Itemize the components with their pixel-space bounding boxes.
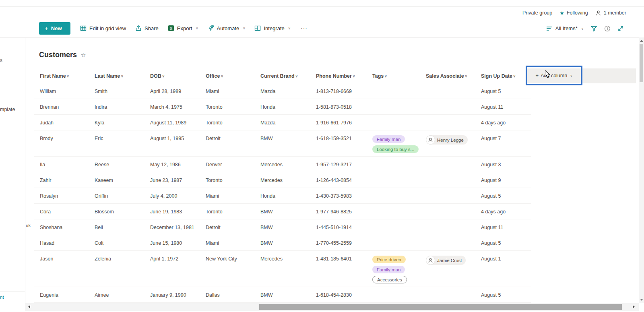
view-selector[interactable]: All Items* ∨ xyxy=(546,25,584,31)
export-label: Export xyxy=(177,25,192,31)
cell-signup-date: August 5 xyxy=(475,83,525,99)
favorite-star-icon[interactable]: ☆ xyxy=(80,52,86,59)
table-row[interactable]: HasadColtJune 15, 1980MiamiBMW1-770-455-… xyxy=(34,235,531,251)
scroll-right-arrow[interactable] xyxy=(633,305,635,308)
cell-brand: Mercedes xyxy=(254,172,310,188)
edit-grid-view-label: Edit in grid view xyxy=(89,25,126,31)
chevron-down-icon: ∨ xyxy=(288,26,291,30)
cell-office: Toronto xyxy=(200,204,254,219)
cell-brand: Honda xyxy=(254,99,310,114)
chevron-down-icon: ∨ xyxy=(581,27,584,31)
cell-sales-associate xyxy=(420,99,475,114)
table-row[interactable]: EugeniaAimeeJanuary 9, 1990DallasBMW1-61… xyxy=(34,287,531,303)
column-header-last-name[interactable]: Last Name∨ xyxy=(89,68,144,83)
avatar xyxy=(426,256,435,265)
cell-signup-date: August 1 xyxy=(475,251,525,287)
tag-pill[interactable]: Accessories xyxy=(372,276,407,283)
table-row[interactable]: ShoshanaBellDecember 13, 1981DetroitBMW1… xyxy=(34,219,531,235)
info-button[interactable] xyxy=(604,25,611,32)
cell-brand: Mercedes xyxy=(254,251,310,287)
integrate-label: Integrate xyxy=(264,25,284,31)
tag-pill[interactable]: Price driven xyxy=(372,256,406,263)
edit-grid-view-button[interactable]: Edit in grid view xyxy=(80,25,126,31)
column-header-dob[interactable]: DOB∨ xyxy=(144,68,200,83)
new-button-label: New xyxy=(51,25,62,31)
vertical-scrollbar[interactable] xyxy=(639,37,644,303)
column-header-first-name[interactable]: First Name∨ xyxy=(34,68,89,83)
column-header-phone-number[interactable]: Phone Number∨ xyxy=(310,68,366,83)
horizontal-scrollbar-thumb[interactable] xyxy=(259,304,622,310)
filter-button[interactable] xyxy=(590,25,597,32)
share-label: Share xyxy=(144,25,159,31)
column-header-sales-associate[interactable]: Sales Associate∨ xyxy=(420,68,475,83)
cell-office: Denver xyxy=(200,157,254,172)
chevron-down-icon: ∨ xyxy=(465,74,467,78)
tag-pill[interactable]: Looking to buy s... xyxy=(372,145,419,153)
cell-tags xyxy=(366,83,420,99)
scroll-down-arrow[interactable] xyxy=(640,299,643,301)
automate-button[interactable]: Automate ∨ xyxy=(208,25,246,31)
table-row[interactable]: BrennanIndiraMarch 4, 1975TorontoHonda1-… xyxy=(34,99,531,115)
chevron-down-icon: ∨ xyxy=(295,74,298,78)
cell-first: Hasad xyxy=(34,235,89,250)
cell-signup-date: August 7 xyxy=(475,130,525,156)
fullscreen-button[interactable] xyxy=(617,25,624,32)
cell-office: Toronto xyxy=(200,99,254,114)
chevron-down-icon: ∨ xyxy=(513,74,516,78)
members-button[interactable]: 1 member xyxy=(595,10,626,16)
horizontal-scrollbar[interactable] xyxy=(25,303,639,311)
integrate-button[interactable]: Integrate ∨ xyxy=(254,25,291,31)
share-button[interactable]: Share xyxy=(135,25,159,31)
cell-office: Toronto xyxy=(200,115,254,130)
sidebar-link-fragment[interactable]: nt xyxy=(0,295,4,300)
column-header-tags[interactable]: Tags∨ xyxy=(366,68,420,83)
person-pill[interactable]: Henry Legge xyxy=(426,135,468,145)
column-header-current-brand[interactable]: Current Brand∨ xyxy=(254,68,310,83)
column-header-sign-up-date[interactable]: Sign Up Date∨ xyxy=(475,68,525,83)
chevron-down-icon: ∨ xyxy=(221,74,223,78)
table-row[interactable]: WilliamSmithApril 28, 1989MiamiMazda1-81… xyxy=(34,83,531,99)
table-row[interactable]: JudahKylaAugust 11, 1989TorontoMazda1-91… xyxy=(34,115,531,130)
cell-office: Miami xyxy=(200,188,254,203)
excel-icon: X xyxy=(168,25,174,31)
column-header-label: DOB xyxy=(150,73,161,79)
cell-dob: April 1, 1972 xyxy=(144,251,200,287)
tag-pill[interactable]: Family man xyxy=(372,135,405,143)
table-row[interactable]: CoraBlossomJune 19, 1983TorontoBMW1-977-… xyxy=(34,204,531,219)
add-column-button[interactable]: + Add column ∨ xyxy=(526,66,582,85)
cell-first: Brody xyxy=(34,130,89,156)
cell-phone: 1-916-661-7976 xyxy=(310,115,366,130)
chevron-down-icon: ∨ xyxy=(67,74,69,78)
cell-dob: June 19, 1983 xyxy=(144,204,200,219)
overflow-menu-button[interactable]: ··· xyxy=(301,25,308,31)
column-header-office[interactable]: Office∨ xyxy=(200,68,254,83)
browser-top-strip xyxy=(0,0,644,7)
cell-phone: 1-581-873-0518 xyxy=(310,99,366,114)
cell-last: Kaseem xyxy=(89,172,144,188)
table-row[interactable]: RosalynGriffinJuly 4, 2000MiamiHonda1-43… xyxy=(34,188,531,204)
person-name: Henry Legge xyxy=(437,137,464,143)
column-header-label: First Name xyxy=(40,73,66,79)
table-row[interactable]: BrodyEricAugust 1, 1995DetroitBMW1-618-1… xyxy=(34,130,531,157)
export-button[interactable]: X Export ∨ xyxy=(168,25,198,31)
table-row[interactable]: ZahirKaseemJune 23, 1987TorontoMercedes1… xyxy=(34,172,531,188)
tag-pill[interactable]: Family man xyxy=(372,266,405,273)
following-button[interactable]: ★ Following xyxy=(559,10,588,16)
new-button[interactable]: + New xyxy=(39,22,70,35)
plus-icon: + xyxy=(536,72,539,79)
star-icon: ★ xyxy=(559,10,564,16)
cell-office: Dallas xyxy=(200,287,254,302)
grid-icon xyxy=(80,25,87,31)
column-header-label: Sign Up Date xyxy=(481,73,512,79)
cell-sales-associate xyxy=(420,115,475,130)
vertical-scrollbar-thumb[interactable] xyxy=(640,44,643,82)
table-row[interactable]: JasonZeleniaApril 1, 1972New York CityMe… xyxy=(34,251,531,287)
cell-sales-associate xyxy=(420,219,475,235)
cell-tags xyxy=(366,99,420,114)
table-row[interactable]: IlaReeseMay 12, 1986DenverMercedes1-957-… xyxy=(34,157,531,172)
cell-signup-date: August 3 xyxy=(475,157,525,172)
scroll-left-arrow[interactable] xyxy=(28,305,30,308)
person-pill[interactable]: Jamie Crust xyxy=(426,256,466,265)
cell-dob: June 23, 1987 xyxy=(144,172,200,188)
scroll-up-arrow[interactable] xyxy=(640,40,643,42)
